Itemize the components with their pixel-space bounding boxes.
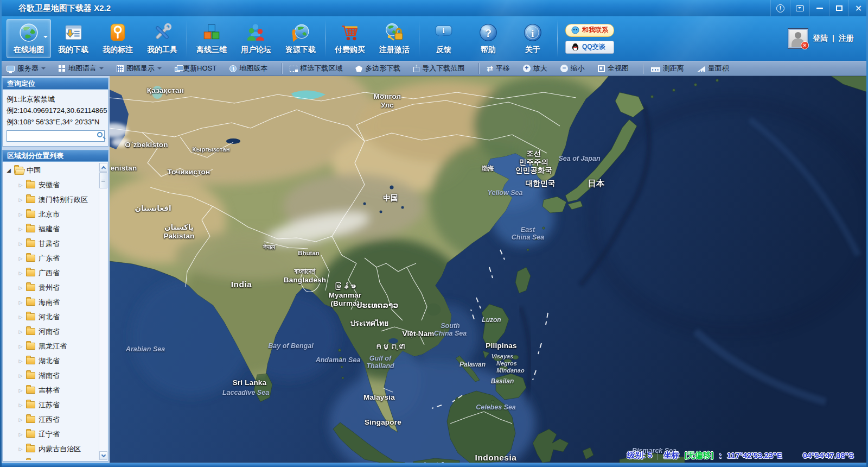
collapsed-icon[interactable]: ▷: [17, 270, 24, 276]
tree-item[interactable]: ▷海南省: [4, 295, 99, 310]
tree-item[interactable]: ▷河北省: [4, 310, 99, 324]
close-button[interactable]: ✕: [848, 0, 868, 16]
collapsed-icon[interactable]: ▷: [17, 432, 24, 437]
toolbar-button-activation[interactable]: 注册激活: [372, 19, 417, 58]
map-viewport[interactable]: ҚазақстанМонгол УлсO`zbekistonКыргызстан…: [110, 76, 868, 463]
tree-item[interactable]: ▷江西省: [4, 412, 99, 427]
tree-item[interactable]: ▷宁夏省: [4, 456, 99, 460]
toolbar-button-my-tools[interactable]: 我的工具: [140, 19, 184, 58]
tree-item[interactable]: ▷广东省: [4, 251, 99, 266]
tree-item-label: 河南省: [39, 327, 60, 337]
map-toolbar-zoom-in[interactable]: +放大: [523, 64, 547, 73]
map-toolbar-import-range[interactable]: 导入下载范围: [413, 64, 464, 73]
tree-item[interactable]: ▷安徽省: [4, 178, 99, 192]
ruler-icon: [651, 67, 660, 72]
map-toolbar-sheet-display[interactable]: 图幅显示: [117, 64, 162, 73]
pentagon-icon: [355, 66, 362, 72]
coord-label: 坐标: [663, 450, 679, 460]
maximize-button[interactable]: [829, 0, 848, 16]
maximize-icon: [836, 5, 843, 11]
tree-item-label: 海南省: [39, 298, 60, 307]
collapsed-icon[interactable]: ▷: [17, 373, 24, 378]
tree-item[interactable]: ▷北京市: [4, 207, 99, 222]
expanded-icon[interactable]: ◢: [5, 167, 12, 173]
collapsed-icon[interactable]: ▷: [17, 241, 24, 247]
tree-item[interactable]: ▷广西省: [4, 266, 99, 280]
tree-item-root[interactable]: ◢中国: [4, 163, 99, 178]
map-toolbar-measure-distance[interactable]: 测距离: [651, 64, 684, 73]
collapsed-icon[interactable]: ▷: [17, 226, 24, 232]
minimize-to-tray-button[interactable]: [790, 0, 809, 16]
map-toolbar-full-view[interactable]: 全视图: [598, 64, 629, 73]
toolbar-button-offline-3d[interactable]: 离线三维: [189, 19, 234, 58]
search-example-2: 例2:104.09691724,30.62114865: [7, 105, 105, 116]
toolbar-button-my-markers[interactable]: 我的标注: [95, 19, 140, 58]
tree-item[interactable]: ▷福建省: [4, 222, 99, 236]
map-toolbar-server[interactable]: 服务器: [7, 64, 46, 73]
folder-icon: [26, 211, 35, 218]
qq-chat-button[interactable]: QQ交谈: [565, 41, 614, 54]
main-toolbar: 在线地图 我的下载 我的标注 我的工具 离线三维 用户论坛 资源下载 付费购买 …: [0, 16, 868, 61]
toolbar-button-user-forum[interactable]: 用户论坛: [234, 19, 278, 58]
collapsed-icon[interactable]: ▷: [17, 388, 24, 393]
search-icon[interactable]: [97, 132, 103, 137]
map-toolbar-update-host[interactable]: 更新HOST: [175, 64, 216, 73]
tree-item[interactable]: ▷黑龙江省: [4, 339, 99, 354]
window-controls: ! ✕: [770, 0, 868, 16]
toolbar-button-online-map[interactable]: 在线地图: [7, 19, 51, 58]
collapsed-icon[interactable]: ▷: [17, 197, 24, 203]
scrollbar-thumb[interactable]: [99, 172, 107, 188]
toolbar-button-resource-download[interactable]: 资源下载: [278, 19, 323, 58]
collapsed-icon[interactable]: ▷: [17, 446, 24, 452]
minimize-button[interactable]: [809, 0, 829, 16]
tree-item[interactable]: ▷辽宁省: [4, 427, 99, 441]
tree-item[interactable]: ▷贵州省: [4, 280, 99, 295]
collapsed-icon[interactable]: ▷: [17, 182, 24, 188]
map-toolbar-language[interactable]: 地图语言: [59, 64, 104, 73]
collapsed-icon[interactable]: ▷: [17, 402, 24, 408]
satellite-map[interactable]: [110, 76, 868, 463]
tree-item[interactable]: ▷湖北省: [4, 354, 99, 368]
collapsed-icon[interactable]: ▷: [17, 344, 24, 349]
toolbar-button-purchase[interactable]: 付费购买: [328, 19, 372, 58]
collapsed-icon[interactable]: ▷: [17, 329, 24, 335]
collapsed-icon[interactable]: ▷: [17, 256, 24, 261]
collapsed-icon[interactable]: ▷: [17, 285, 24, 291]
collapsed-icon[interactable]: ▷: [17, 358, 24, 364]
toolbar-button-my-downloads[interactable]: 我的下载: [51, 19, 95, 58]
toolbar-button-about[interactable]: i 关于: [510, 19, 555, 58]
scroll-up-button[interactable]: [99, 163, 107, 172]
scroll-down-button[interactable]: [99, 451, 107, 460]
collapsed-icon[interactable]: ▷: [17, 314, 24, 320]
map-toolbar-box-select[interactable]: 框选下载区域: [290, 64, 342, 73]
collapsed-icon[interactable]: ▷: [17, 212, 24, 217]
location-search-input[interactable]: [7, 130, 105, 142]
register-link[interactable]: 注册: [839, 34, 854, 43]
about-window-button[interactable]: !: [770, 0, 790, 16]
tree-item-label: 广东省: [39, 254, 60, 263]
login-link[interactable]: 登陆: [813, 34, 828, 43]
tree-item[interactable]: ▷甘肃省: [4, 236, 99, 251]
tree-item[interactable]: ▷内蒙古自治区: [4, 441, 99, 456]
map-status-bar: 级别: 5 坐标 [无偏移] : 117°42'53.23"E 04°54'47…: [627, 450, 854, 460]
tree-item[interactable]: ▷吉林省: [4, 383, 99, 397]
window-border-left: [0, 0, 2, 467]
login-separator: |: [832, 34, 834, 43]
toolbar-button-help[interactable]: ? 帮助: [466, 19, 510, 58]
tree-item[interactable]: ▷江苏省: [4, 397, 99, 412]
tree-item[interactable]: ▷湖南省: [4, 368, 99, 383]
toolbar-button-feedback[interactable]: i 反馈: [422, 19, 466, 58]
map-toolbar-measure-area[interactable]: 量面积: [697, 64, 729, 73]
map-toolbar-zoom-out[interactable]: −缩小: [560, 64, 585, 73]
map-toolbar-polygon-download[interactable]: 多边形下载: [355, 64, 400, 73]
contact-me-button[interactable]: 和我联系: [565, 24, 614, 37]
tree-scrollbar[interactable]: [99, 163, 107, 460]
map-toolbar-map-version[interactable]: 地图版本: [229, 64, 267, 73]
collapsed-icon[interactable]: ▷: [17, 417, 24, 422]
map-pin-icon: [107, 22, 128, 43]
collapsed-icon[interactable]: ▷: [17, 300, 24, 305]
tree-item[interactable]: ▷澳门特别行政区: [4, 192, 99, 207]
window-title: 谷歌卫星地图下载器 X2.2: [0, 3, 111, 14]
tree-item[interactable]: ▷河南省: [4, 324, 99, 339]
map-toolbar-pan[interactable]: ⇄平移: [487, 64, 510, 73]
